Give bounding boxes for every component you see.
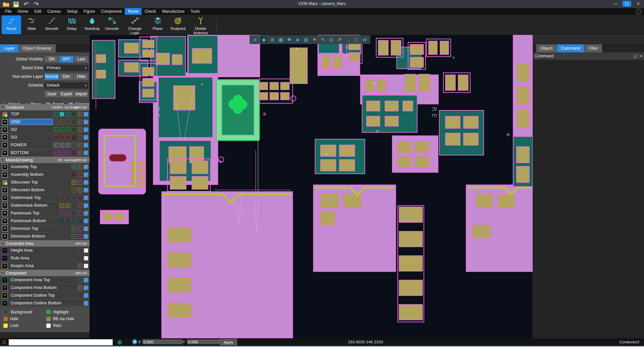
section-header-constraint-area[interactable]: ▾Constraint AreaDRCSel [0,240,90,247]
cell-sel[interactable]: ✓ [84,172,88,177]
layer-name[interactable]: Assembly Top [9,164,59,169]
cell-dwg[interactable]: ✕ [72,219,76,223]
open-folder-icon[interactable] [2,0,10,8]
cell-sel[interactable]: ✓ [84,180,88,185]
cell-via[interactable]: ✕ [66,196,70,200]
layer-row-si2[interactable]: ✕SI2✕✕✕✕✕✓ [0,126,90,134]
cell-sel[interactable]: ✓ [84,293,88,298]
testpoint-button[interactable]: Testpoint [168,15,187,34]
cell-drc[interactable]: ✕ [78,120,82,124]
layers-icon[interactable]: ◈ [294,36,302,43]
cell-track[interactable]: ✕ [54,112,58,116]
cell-track[interactable]: ✕ [54,135,58,140]
section-header-component[interactable]: ▾ComponentDRCSel [0,270,90,276]
minimize-button[interactable]: — [611,1,620,7]
layer-swatch[interactable]: ✕ [2,263,8,269]
layer-name[interactable]: Dimension Bottom [9,234,59,239]
cell-dwg[interactable]: ✕ [72,180,76,185]
cell-via[interactable]: ✕ [66,219,70,223]
cell-via[interactable]: ✕ [66,203,70,208]
cell-via[interactable]: ✕ [66,143,70,147]
layer-name[interactable]: Component Area Bottom [9,285,77,290]
tab-object-browser[interactable]: Object Browser [19,44,55,52]
cell-sel[interactable] [84,256,88,260]
cell-pin[interactable]: ✕ [60,219,64,223]
global-visibility-last[interactable]: Last [74,56,88,62]
layer-name[interactable]: Component Outline Bottom [9,300,77,305]
layer-swatch[interactable]: ✕ [2,142,8,148]
cell-drc[interactable]: ✕ [78,172,82,177]
board-zone-dropdown[interactable]: Primary ▾ [45,65,88,71]
cell-dwg[interactable]: ✕ [72,172,76,177]
cell-via[interactable]: ✕ [66,112,70,116]
cell-via[interactable]: ✕ [66,151,70,155]
cell-sel[interactable]: ✓ [84,135,88,140]
cell-pin[interactable]: ✕ [60,211,64,215]
cell-dwg[interactable]: ✕ [72,188,76,192]
cell-sel[interactable]: ✓ [84,112,88,116]
cell-drc[interactable]: ✕ [78,203,82,208]
layer-swatch[interactable]: ✕ [2,195,8,201]
layer-swatch[interactable]: ✕ [2,300,8,306]
layer-swap-icon[interactable]: ⇄ [361,36,369,43]
y-coordinate-field[interactable] [187,339,221,344]
cell-sel[interactable]: ✓ [84,301,88,305]
layer-swatch[interactable]: ✕ [2,135,8,140]
layer-name[interactable]: BOTTOM [9,150,53,155]
layer-row-bottom[interactable]: ✕BOTTOM✕✕✕✕✕✓ [0,149,90,157]
cell-drc[interactable]: ✕ [78,227,82,231]
layer-swatch[interactable]: ✕ [2,285,8,291]
layer-name[interactable]: GND [9,119,53,125]
layer-row-assembly-top[interactable]: ✕Assembly Top✕✕✓ [0,163,90,171]
layer-row-rule-area[interactable]: ✕Rule Area [0,254,90,262]
layer-row-height-area[interactable]: ✕Height Area✕ [0,247,90,254]
layer-name[interactable]: Assembly Bottom [9,172,59,177]
layer-swatch[interactable] [2,111,8,117]
save-icon[interactable] [12,0,20,8]
layer-name[interactable]: Silkscreen Top [9,180,59,185]
cell-pin[interactable]: ✕ [60,203,64,208]
cell-sel[interactable]: ✓ [84,203,88,208]
layer-name[interactable]: Keepin Area [9,263,77,268]
menu-item-component[interactable]: Component [98,8,125,15]
cell-sel[interactable] [84,264,88,268]
cell-track[interactable]: ✕ [54,143,58,147]
grid-dense-icon[interactable]: ▦ [277,36,285,43]
collapse-triangle-icon[interactable]: ▾ [2,242,4,245]
cell-sel[interactable]: ✓ [84,211,88,215]
target-icon[interactable]: ◎ [327,36,335,43]
cell-shape[interactable]: ✕ [72,120,76,124]
cell-via[interactable]: ✕ [66,135,70,140]
layer-row-soldermask-bottom[interactable]: ✕Soldermask Bottom✕✕✕✕✓ [0,202,90,209]
cell-sel[interactable]: ✓ [84,196,88,200]
absolute-coord-icon[interactable]: A [132,339,137,344]
layer-name[interactable]: Soldermask Top [9,195,59,200]
cell-pin[interactable]: ✕ [60,135,64,140]
cell-via[interactable]: ✕ [66,128,70,132]
burst-icon[interactable]: ✳ [311,36,318,43]
close-icon[interactable]: ✕ [639,54,642,58]
cell-via[interactable]: ✕ [66,120,70,124]
cell-shape[interactable]: ✕ [72,128,76,132]
cluster-icon[interactable]: ∴ [344,36,352,43]
cell-sel[interactable]: ✓ [84,278,88,282]
layer-name[interactable]: Silkscreen Bottom [9,187,59,193]
layer-row-dimension-top[interactable]: ✕Dimension Top✕✕✓ [0,225,90,233]
cell-drc[interactable]: ✕ [78,151,82,155]
cell-shape[interactable]: ✕ [72,135,76,140]
cell-dwg[interactable]: ✕ [72,227,76,231]
layer-name[interactable]: Dimension Top [9,226,59,231]
route-button[interactable]: Route [2,15,21,34]
cell-pin[interactable]: ✕ [60,143,64,147]
cell-drc[interactable]: ✕ [78,128,82,132]
delay-button[interactable]: Delay [62,15,82,34]
layer-row-pastemask-top[interactable]: ✕Pastemask Top✕✕✕✕✓ [0,209,90,217]
cell-sel[interactable]: ✓ [84,188,88,192]
cell-drc[interactable]: ✕ [78,143,82,147]
cell-drc[interactable]: ✕ [78,196,82,200]
cell-pin[interactable]: ✕ [60,128,64,132]
layer-swatch[interactable]: ✕ [2,119,8,125]
filter-funnel-icon[interactable]: ▽ [353,36,360,43]
layer-row-pastemask-bottom[interactable]: ✕Pastemask Bottom✕✕✕✕✓ [0,217,90,225]
layer-swatch[interactable]: ✕ [2,277,8,283]
